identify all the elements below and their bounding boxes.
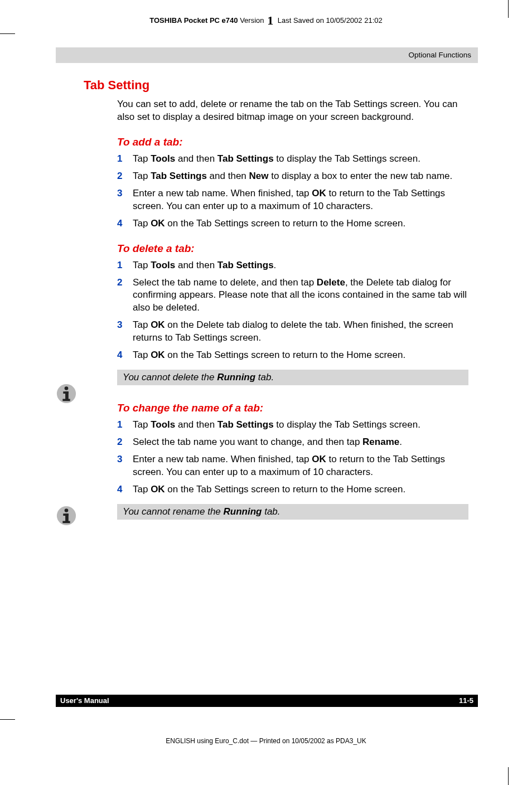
step-text: Tap Tools and then Tab Settings.	[133, 259, 468, 272]
print-info: ENGLISH using Euro_C.dot — Printed on 10…	[0, 737, 532, 745]
svg-point-6	[65, 508, 69, 512]
svg-rect-3	[65, 391, 69, 400]
step-number: 1	[117, 153, 133, 166]
add-tab-steps: 1 Tap Tools and then Tab Settings to dis…	[117, 153, 468, 230]
rename-tab-steps: 1 Tap Tools and then Tab Settings to dis…	[117, 419, 468, 496]
step-text: Tap OK on the Delete tab dialog to delet…	[133, 319, 468, 345]
crop-mark	[0, 719, 15, 720]
step-number: 2	[117, 170, 133, 183]
step-text: Enter a new tab name. When finished, tap…	[133, 453, 468, 479]
product-name: TOSHIBA Pocket PC e740	[149, 16, 238, 25]
step-text: Tap Tools and then Tab Settings to displ…	[133, 419, 468, 432]
intro-paragraph: You can set to add, delete or rename the…	[117, 98, 468, 124]
step-number: 3	[117, 453, 133, 479]
svg-rect-4	[62, 399, 70, 401]
step-number: 3	[117, 319, 133, 345]
list-item: 1 Tap Tools and then Tab Settings to dis…	[117, 153, 468, 166]
document-page: TOSHIBA Pocket PC e740 Version 1 Last Sa…	[0, 0, 532, 785]
footer-bar: User's Manual 11-5	[56, 695, 478, 707]
content-area: Tab Setting You can set to add, delete o…	[84, 78, 468, 520]
list-item: 4 Tap OK on the Tab Settings screen to r…	[117, 217, 468, 230]
list-item: 3 Enter a new tab name. When finished, t…	[117, 187, 468, 213]
step-text: Select the tab name to delete, and then …	[133, 277, 468, 315]
step-number: 4	[117, 217, 133, 230]
footer-left: User's Manual	[60, 696, 109, 705]
info-icon	[56, 383, 77, 404]
step-text: Tap Tab Settings and then New to display…	[133, 170, 468, 183]
list-item: 2 Select the tab name you want to change…	[117, 436, 468, 449]
info-icon	[56, 505, 77, 526]
list-item: 4 Tap OK on the Tab Settings screen to r…	[117, 483, 468, 496]
note-box: You cannot delete the Running tab.	[117, 370, 468, 385]
footer-right: 11-5	[459, 696, 473, 705]
crop-mark	[0, 33, 15, 34]
step-text: Tap OK on the Tab Settings screen to ret…	[133, 217, 468, 230]
crop-mark	[508, 767, 509, 785]
delete-tab-steps: 1 Tap Tools and then Tab Settings. 2 Sel…	[117, 259, 468, 362]
section-label: Optional Functions	[408, 51, 471, 59]
list-item: 4 Tap OK on the Tab Settings screen to r…	[117, 349, 468, 362]
step-number: 4	[117, 349, 133, 362]
step-text: Tap Tools and then Tab Settings to displ…	[133, 153, 468, 166]
step-number: 3	[117, 187, 133, 213]
note-box: You cannot rename the Running tab.	[117, 504, 468, 520]
note-delete: You cannot delete the Running tab.	[117, 370, 468, 385]
note-rename: You cannot rename the Running tab.	[117, 504, 468, 520]
version-number: 1	[267, 13, 273, 27]
step-text: Enter a new tab name. When finished, tap…	[133, 187, 468, 213]
list-item: 3 Enter a new tab name. When finished, t…	[117, 453, 468, 479]
step-number: 1	[117, 419, 133, 432]
list-item: 1 Tap Tools and then Tab Settings.	[117, 259, 468, 272]
step-number: 2	[117, 277, 133, 315]
page-header: TOSHIBA Pocket PC e740 Version 1 Last Sa…	[0, 13, 532, 28]
step-text: Tap OK on the Tab Settings screen to ret…	[133, 349, 468, 362]
list-item: 2 Select the tab name to delete, and the…	[117, 277, 468, 315]
version-label: Version	[240, 16, 264, 25]
list-item: 1 Tap Tools and then Tab Settings to dis…	[117, 419, 468, 432]
step-text: Select the tab name you want to change, …	[133, 436, 468, 449]
heading-rename-tab: To change the name of a tab:	[117, 402, 468, 414]
step-number: 2	[117, 436, 133, 449]
list-item: 3 Tap OK on the Delete tab dialog to del…	[117, 319, 468, 345]
list-item: 2 Tap Tab Settings and then New to displ…	[117, 170, 468, 183]
svg-rect-9	[62, 521, 70, 524]
section-header-bar: Optional Functions	[56, 47, 478, 63]
heading-tab-setting: Tab Setting	[84, 78, 468, 93]
last-saved: Last Saved on 10/05/2002 21:02	[278, 16, 383, 25]
step-number: 1	[117, 259, 133, 272]
heading-delete-tab: To delete a tab:	[117, 243, 468, 255]
heading-add-tab: To add a tab:	[117, 136, 468, 148]
svg-rect-8	[65, 513, 69, 522]
step-number: 4	[117, 483, 133, 496]
step-text: Tap OK on the Tab Settings screen to ret…	[133, 483, 468, 496]
svg-point-1	[65, 386, 69, 390]
